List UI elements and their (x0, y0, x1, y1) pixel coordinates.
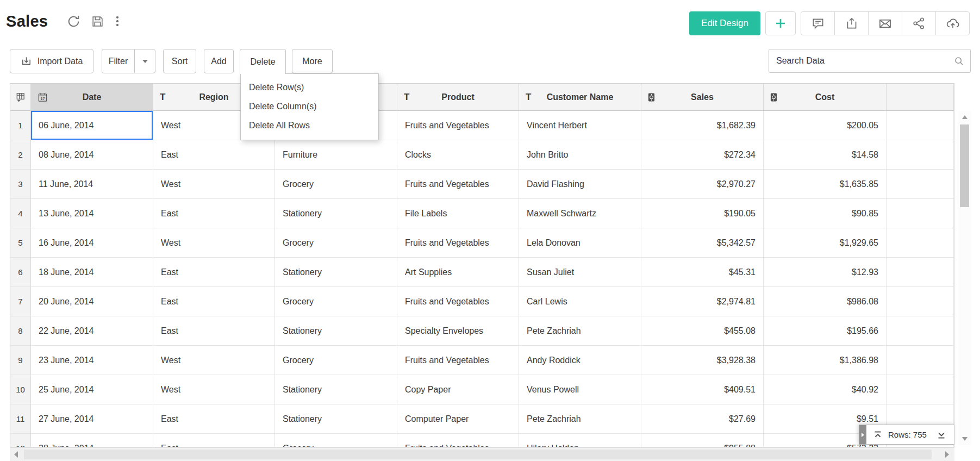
more-button[interactable]: More (292, 49, 333, 73)
cell[interactable]: Maxwell Schwartz (519, 199, 641, 228)
cell-empty[interactable] (887, 258, 954, 287)
cell[interactable]: East (153, 199, 275, 228)
cell-empty[interactable] (887, 170, 954, 199)
cell[interactable]: Stationery (275, 404, 397, 434)
column-header-cost[interactable]: Cost (764, 84, 887, 111)
cell[interactable]: West (153, 346, 275, 375)
cell[interactable]: 25 June, 2014 (31, 375, 153, 404)
scroll-down-icon[interactable] (962, 437, 967, 441)
row-number[interactable]: 7 (10, 287, 31, 316)
cell-empty[interactable] (887, 316, 954, 346)
delete-button[interactable]: Delete (240, 49, 286, 74)
delete-menu-item[interactable]: Delete All Rows (241, 116, 378, 135)
cell-empty[interactable] (887, 199, 954, 228)
filter-button[interactable]: Filter (102, 49, 135, 73)
cell-empty[interactable] (887, 346, 954, 375)
comments-button[interactable] (801, 11, 835, 35)
cell[interactable]: East (153, 287, 275, 316)
cell[interactable]: East (153, 316, 275, 346)
cell[interactable]: $195.66 (764, 316, 887, 346)
cell[interactable]: Vincent Herbert (519, 111, 641, 140)
cell[interactable]: $1,635.85 (764, 170, 887, 199)
cell[interactable]: Grocery (275, 434, 397, 447)
row-number[interactable]: 1 (10, 111, 31, 140)
export-button[interactable] (834, 11, 869, 35)
column-header-product[interactable]: TProduct (397, 84, 519, 111)
cell[interactable]: Specialty Envelopes (397, 316, 519, 346)
horizontal-scrollbar[interactable] (10, 447, 954, 461)
cell[interactable]: East (153, 404, 275, 434)
cell[interactable]: West (153, 170, 275, 199)
cell[interactable]: East (153, 258, 275, 287)
cell-empty[interactable] (887, 111, 954, 140)
vertical-scrollbar[interactable] (958, 111, 971, 445)
cell[interactable]: Susan Juliet (519, 258, 641, 287)
cell[interactable]: $272.34 (641, 140, 764, 170)
cell[interactable]: $455.08 (641, 316, 764, 346)
delete-menu-item[interactable]: Delete Row(s) (241, 78, 378, 97)
column-header-empty[interactable] (887, 84, 954, 111)
cell[interactable]: Copy Paper (397, 375, 519, 404)
cell[interactable]: Fruits and Vegetables (397, 170, 519, 199)
search-input[interactable] (769, 49, 971, 73)
cell[interactable]: Grocery (275, 346, 397, 375)
cell[interactable]: David Flashing (519, 170, 641, 199)
cell-empty[interactable] (887, 140, 954, 170)
cell[interactable]: Grocery (275, 170, 397, 199)
cell[interactable]: Grocery (275, 228, 397, 258)
cell-empty[interactable] (887, 228, 954, 258)
cell[interactable]: Grocery (275, 287, 397, 316)
cell[interactable]: Pete Zachriah (519, 404, 641, 434)
cell[interactable]: $12.93 (764, 258, 887, 287)
scroll-right-icon[interactable] (945, 451, 949, 458)
column-header-sales[interactable]: Sales (641, 84, 764, 111)
cell-empty[interactable] (887, 375, 954, 404)
save-button[interactable] (91, 15, 104, 28)
cell[interactable]: Furniture (275, 140, 397, 170)
cell[interactable]: Fruits and Vegetables (397, 228, 519, 258)
cell[interactable]: 20 June, 2014 (31, 287, 153, 316)
cell[interactable]: East (153, 434, 275, 447)
cell[interactable]: Hilary Holden (519, 434, 641, 447)
row-number[interactable]: 12 (10, 434, 31, 447)
more-options-button[interactable] (114, 15, 121, 27)
cell[interactable]: Fruits and Vegetables (397, 434, 519, 447)
row-number[interactable]: 10 (10, 375, 31, 404)
cell[interactable]: Pete Zachriah (519, 316, 641, 346)
scroll-up-icon[interactable] (962, 115, 967, 119)
cell[interactable]: $409.51 (641, 375, 764, 404)
cell[interactable]: 23 June, 2014 (31, 346, 153, 375)
cell[interactable]: Stationery (275, 375, 397, 404)
cell[interactable]: West (153, 228, 275, 258)
cell[interactable]: 28 June, 2014 (31, 434, 153, 447)
row-number[interactable]: 9 (10, 346, 31, 375)
email-button[interactable] (868, 11, 902, 35)
cell[interactable]: $40.92 (764, 375, 887, 404)
cell[interactable]: Fruits and Vegetables (397, 111, 519, 140)
cell[interactable]: $90.85 (764, 199, 887, 228)
row-number[interactable]: 11 (10, 404, 31, 434)
cell[interactable]: $45.31 (641, 258, 764, 287)
cell[interactable]: Lela Donovan (519, 228, 641, 258)
vertical-scrollbar-thumb[interactable] (960, 124, 969, 207)
row-number[interactable]: 2 (10, 140, 31, 170)
cell[interactable]: Venus Powell (519, 375, 641, 404)
upload-to-cloud-button[interactable] (935, 11, 970, 35)
cell[interactable]: Stationery (275, 258, 397, 287)
cell[interactable]: $1,929.65 (764, 228, 887, 258)
cell[interactable]: Carl Lewis (519, 287, 641, 316)
cell[interactable]: $2,974.81 (641, 287, 764, 316)
share-button[interactable] (902, 11, 936, 35)
collapse-indicator-tab[interactable] (859, 425, 866, 444)
row-number[interactable]: 6 (10, 258, 31, 287)
cell[interactable]: Clocks (397, 140, 519, 170)
cell[interactable]: $955.88 (641, 434, 764, 447)
cell[interactable]: Stationery (275, 316, 397, 346)
filter-dropdown-button[interactable] (134, 49, 155, 73)
cell[interactable]: East (153, 140, 275, 170)
cell[interactable]: $1,682.39 (641, 111, 764, 140)
cell[interactable]: $3,928.38 (641, 346, 764, 375)
cell[interactable]: 22 June, 2014 (31, 316, 153, 346)
cell[interactable]: 08 June, 2014 (31, 140, 153, 170)
cell[interactable]: 18 June, 2014 (31, 258, 153, 287)
